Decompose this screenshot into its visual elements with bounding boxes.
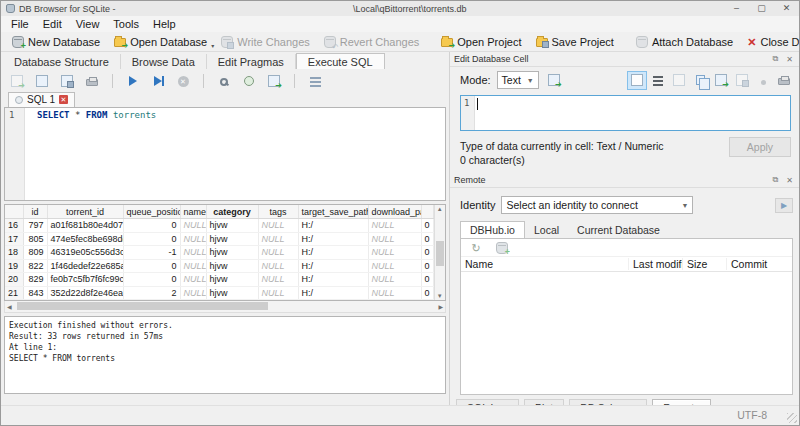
copy-icon[interactable] [691,72,709,89]
set-null-icon[interactable] [754,72,772,89]
open-sql-file-icon[interactable] [8,73,26,90]
remote-title: Remote [454,175,486,185]
chevron-down-icon: ▼ [527,77,534,84]
table-row[interactable]: 16 797 a01f681b80e4d07285... 0 NULL hjvw… [5,219,433,233]
refresh-icon[interactable]: ↻ [467,239,485,256]
save-sql-as-icon[interactable] [58,73,76,90]
menu-edit[interactable]: Edit [36,17,69,31]
open-project-button[interactable]: Open Project [434,35,528,49]
export-csv-icon[interactable] [240,73,258,90]
execute-all-icon[interactable] [124,73,142,90]
cell-info: Type of data currently in cell: Text / N… [450,131,800,167]
identity-select[interactable]: Select an identity to connect ▼ [501,196,693,214]
col-header-last-modified[interactable]: Last modified [629,258,683,270]
col-header-size[interactable]: Size [683,258,727,270]
open-project-label: Open Project [457,36,521,48]
print-sql-icon[interactable] [83,73,101,90]
close-database-button[interactable]: ✕ Close Database [740,35,800,49]
print-icon[interactable] [775,72,793,89]
apply-button[interactable]: Apply [729,137,791,157]
tab-current-database[interactable]: Current Database [568,222,669,238]
maximize-button[interactable]: ▢ [749,1,774,16]
scroll-right-icon[interactable]: ▶ [438,303,443,310]
stop-execution-icon[interactable]: ✕ [174,73,192,90]
col-header-name[interactable]: Name [461,258,629,270]
chevron-down-icon: ▼ [682,202,689,209]
sql-query[interactable]: SELECT * FROM torrents [25,108,156,200]
text-view-icon[interactable] [628,72,646,89]
sql-tab-close-icon[interactable]: ✕ [59,95,68,104]
clone-database-icon[interactable] [493,239,511,256]
menu-help[interactable]: Help [146,17,183,31]
scroll-left-icon[interactable]: ◀ [7,303,12,310]
attach-database-button[interactable]: Attach Database [629,35,740,49]
menu-file[interactable]: File [4,17,36,31]
close-dock-icon[interactable]: ✕ [782,55,797,64]
menu-view[interactable]: View [69,17,107,31]
identity-label: Identity [460,199,495,211]
table-row[interactable]: 18 809 46319e05c556d3c494... -1 NULL hjv… [5,246,433,260]
col-header-name[interactable]: name [180,205,206,219]
tab-edit-pragmas[interactable]: Edit Pragmas [207,54,296,69]
vertical-scrollbar[interactable]: ▲ ▼ [434,205,446,300]
menu-tools[interactable]: Tools [106,17,146,31]
float-dock-icon[interactable]: ⧉ [769,54,783,64]
horizontal-scroll-thumb[interactable] [17,302,268,310]
tab-local[interactable]: Local [525,222,568,238]
vertical-scroll-thumb[interactable] [436,241,445,266]
table-row[interactable]: 19 822 1f46dedef22e685a63a... 0 NULL hjv… [5,259,433,273]
remote-tab-bar: DBHub.io Local Current Database [450,220,800,238]
close-button[interactable]: ✕ [774,1,799,16]
save-results-icon[interactable] [265,73,283,90]
sql-editor[interactable]: 1 SELECT * FROM torrents [4,107,446,201]
close-dock-icon[interactable]: ✕ [782,176,797,185]
cell-value-editor[interactable]: 1 [460,95,791,131]
revert-changes-label: Revert Changes [340,36,420,48]
tab-execute-sql[interactable]: Execute SQL [296,53,385,69]
col-header-download-path[interactable]: download_path [368,205,421,219]
mode-select[interactable]: Text ▼ [497,71,539,89]
col-header-category[interactable]: category [206,205,258,219]
revert-changes-icon [324,36,336,48]
revert-changes-button[interactable]: Revert Changes [317,35,427,49]
sql-tab[interactable]: SQL 1 ✕ [8,92,75,107]
col-header-tags[interactable]: tags [258,205,298,219]
connect-icon[interactable]: ▶ [775,198,793,213]
table-row[interactable]: 21 843 352d22d8f2e46ea249... 2 NULL hjvw… [5,286,433,300]
table-row[interactable]: 17 805 474e5fec8be698ddd7... 0 NULL hjvw… [5,232,433,246]
sqlbar-separator [294,74,295,88]
tab-dbhub[interactable]: DBHub.io [460,221,525,238]
col-header-torrent-id[interactable]: torrent_id [47,205,123,219]
table-row[interactable]: 20 829 fe0b7c5fb7f6fc99cbed... 0 NULL hj… [5,273,433,287]
open-database-button[interactable]: Open Database [107,35,214,49]
zoom-icon[interactable] [670,72,688,89]
write-changes-button[interactable]: Write Changes [214,35,317,49]
execute-line-icon[interactable] [149,73,167,90]
find-icon[interactable] [215,73,233,90]
tab-database-structure[interactable]: Database Structure [3,54,121,69]
resize-grip[interactable] [787,413,797,423]
save-project-button[interactable]: Save Project [529,35,621,49]
save-sql-file-icon[interactable] [33,73,51,90]
export-icon[interactable] [712,72,730,89]
encoding-indicator[interactable]: UTF-8 [737,409,767,421]
close-database-label: Close Database [760,36,800,48]
col-header-commit[interactable]: Commit [727,258,792,270]
horizontal-scrollbar[interactable]: ◀ ▶ [4,301,446,313]
word-wrap-icon[interactable] [649,72,667,89]
col-header-queue-position[interactable]: queue_position [123,205,180,219]
open-project-icon [441,38,453,47]
col-header-id[interactable]: id [23,205,47,219]
scroll-up-icon[interactable]: ▲ [435,206,446,212]
new-database-button[interactable]: New Database [5,35,107,49]
text-cursor [477,98,478,110]
format-sql-icon[interactable] [306,73,324,90]
save-as-icon[interactable] [733,72,751,89]
scroll-down-icon[interactable]: ▼ [435,293,446,299]
col-header-target-save-path[interactable]: target_save_path [298,205,368,219]
minimize-button[interactable]: – [724,1,749,16]
tab-browse-data[interactable]: Browse Data [121,54,207,69]
import-from-file-icon[interactable] [545,72,563,89]
sql-keyword-select: SELECT [37,110,70,120]
float-dock-icon[interactable]: ⧉ [769,175,783,185]
